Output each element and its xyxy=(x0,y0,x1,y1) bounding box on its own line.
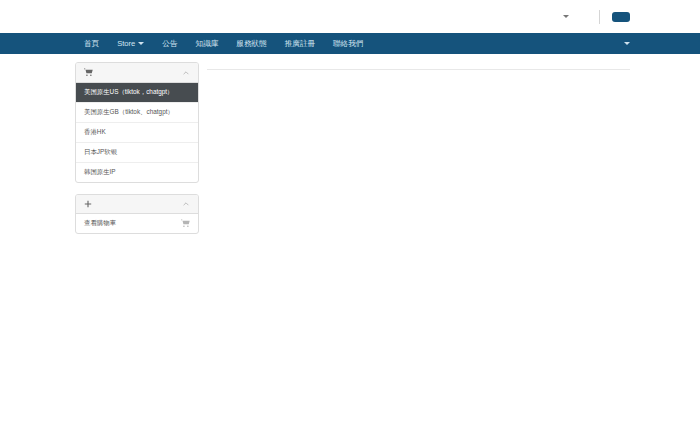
nav-item[interactable]: 首頁 xyxy=(75,33,108,54)
nav-item[interactable]: 推廣註冊 xyxy=(276,33,324,54)
nav-item[interactable]: 服務狀態 xyxy=(227,33,275,54)
nav-item-label: 首頁 xyxy=(84,39,99,49)
nav-item[interactable]: 公告 xyxy=(153,33,186,54)
chevron-down-icon xyxy=(624,42,630,45)
sidebar: 美国原生US（tiktok，chatgpt） 美国原生GB（tiktok、cha… xyxy=(75,62,199,245)
top-header xyxy=(0,0,700,33)
cart-icon xyxy=(84,68,93,77)
nav-item[interactable]: 知識庫 xyxy=(187,33,228,54)
main-navbar: 首頁 Store 公告 知識庫 服務狀態 推廣註冊 聯絡我們 xyxy=(0,33,700,54)
chevron-up-icon xyxy=(182,69,190,77)
sidebar-category-item[interactable]: 香港HK xyxy=(76,122,198,142)
categories-panel-header[interactable] xyxy=(76,63,198,83)
cart-icon xyxy=(181,219,190,228)
content-area: 美国原生US（tiktok，chatgpt） 美国原生GB（tiktok、cha… xyxy=(0,54,700,245)
sidebar-category-item[interactable]: 美国原生GB（tiktok、chatgpt） xyxy=(76,102,198,122)
sidebar-category-item[interactable]: 日本JP软银 xyxy=(76,142,198,162)
action-list: 查看購物車 xyxy=(76,214,198,233)
divider xyxy=(599,10,600,24)
chevron-up-icon xyxy=(182,200,190,208)
nav-item-label: 公告 xyxy=(162,39,177,49)
nav-item-label: 知識庫 xyxy=(196,39,219,49)
nav-list: 首頁 Store 公告 知識庫 服務狀態 推廣註冊 聯絡我們 xyxy=(75,33,372,54)
chevron-down-icon xyxy=(563,15,569,18)
sidebar-category-item[interactable]: 韩国原生IP xyxy=(76,162,198,182)
account-dropdown[interactable] xyxy=(621,42,630,45)
nav-item-label: Store xyxy=(117,39,135,48)
plus-icon xyxy=(84,200,92,208)
main-content xyxy=(207,62,630,245)
nav-item[interactable]: 聯絡我們 xyxy=(324,33,372,54)
top-header-links xyxy=(560,10,630,24)
nav-item[interactable]: Store xyxy=(108,33,153,54)
sidebar-view-cart-item[interactable]: 查看購物車 xyxy=(76,214,198,233)
action-label: 查看購物車 xyxy=(84,219,116,228)
actions-panel-header[interactable] xyxy=(76,195,198,214)
sidebar-category-item[interactable]: 美国原生US（tiktok，chatgpt） xyxy=(76,83,198,102)
actions-panel: 查看購物車 xyxy=(75,194,199,234)
categories-panel: 美国原生US（tiktok，chatgpt） 美国原生GB（tiktok、cha… xyxy=(75,62,199,183)
nav-item-label: 聯絡我們 xyxy=(333,39,363,49)
category-list: 美国原生US（tiktok，chatgpt） 美国原生GB（tiktok、cha… xyxy=(76,83,198,182)
view-cart-button[interactable] xyxy=(612,12,630,22)
divider xyxy=(207,69,630,70)
chevron-down-icon xyxy=(138,42,144,45)
nav-item-label: 服務狀態 xyxy=(236,39,266,49)
nav-item-label: 推廣註冊 xyxy=(285,39,315,49)
language-dropdown[interactable] xyxy=(560,15,569,18)
page: 首頁 Store 公告 知識庫 服務狀態 推廣註冊 聯絡我們 xyxy=(0,0,700,433)
